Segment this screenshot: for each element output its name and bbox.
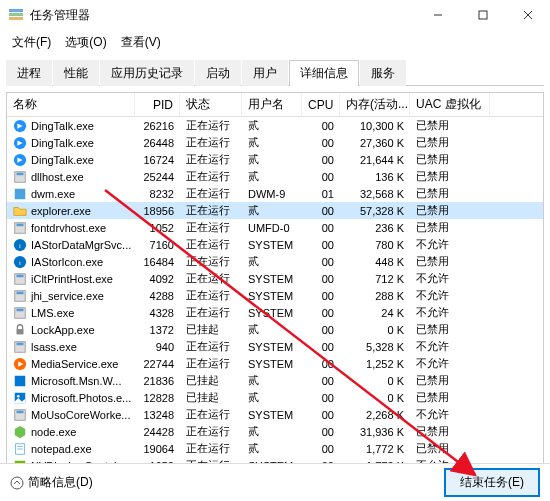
- process-user: 贰: [242, 322, 302, 337]
- table-row[interactable]: DingTalk.exe26448正在运行贰0027,360 K已禁用: [7, 134, 543, 151]
- tab-0[interactable]: 进程: [6, 60, 52, 86]
- end-task-button[interactable]: 结束任务(E): [444, 468, 540, 497]
- process-pid: 13248: [135, 409, 180, 421]
- table-row[interactable]: MediaService.exe22744正在运行SYSTEM001,252 K…: [7, 355, 543, 372]
- process-status: 正在运行: [180, 220, 242, 235]
- table-row[interactable]: notepad.exe19064正在运行贰001,772 K已禁用: [7, 440, 543, 457]
- svg-rect-20: [17, 274, 24, 277]
- table-row[interactable]: dllhost.exe25244正在运行贰00136 K已禁用: [7, 168, 543, 185]
- table-row[interactable]: Microsoft.Msn.W...21836已挂起贰000 K已禁用: [7, 372, 543, 389]
- process-name: dwm.exe: [31, 188, 75, 200]
- process-uac: 已禁用: [410, 135, 490, 150]
- process-uac: 不允许: [410, 237, 490, 252]
- process-status: 正在运行: [180, 237, 242, 252]
- fewer-details-button[interactable]: 简略信息(D): [10, 474, 93, 491]
- table-row[interactable]: LockApp.exe1372已挂起贰000 K已禁用: [7, 321, 543, 338]
- table-row[interactable]: explorer.exe18956正在运行贰0057,328 K已禁用: [7, 202, 543, 219]
- process-uac: 已禁用: [410, 390, 490, 405]
- process-name: IAStorIcon.exe: [31, 256, 103, 268]
- table-row[interactable]: iCltPrintHost.exe4092正在运行SYSTEM00712 K不允…: [7, 270, 543, 287]
- svg-rect-0: [9, 9, 23, 12]
- tab-4[interactable]: 用户: [242, 60, 288, 86]
- process-icon: [13, 408, 27, 422]
- tab-2[interactable]: 应用历史记录: [100, 60, 194, 86]
- menu-view[interactable]: 查看(V): [115, 32, 167, 53]
- col-pid[interactable]: PID: [135, 94, 180, 116]
- process-user: 贰: [242, 203, 302, 218]
- process-name: DingTalk.exe: [31, 137, 94, 149]
- process-pid: 25244: [135, 171, 180, 183]
- process-mem: 1,252 K: [340, 358, 410, 370]
- svg-rect-1: [9, 13, 23, 16]
- col-name[interactable]: 名称: [7, 92, 135, 117]
- table-row[interactable]: dwm.exe8232正在运行DWM-90132,568 K已禁用: [7, 185, 543, 202]
- footer: 简略信息(D) 结束任务(E): [0, 463, 550, 501]
- col-status[interactable]: 状态: [180, 92, 242, 117]
- table-row[interactable]: iIAStorIcon.exe16484正在运行贰00448 K已禁用: [7, 253, 543, 270]
- col-uac[interactable]: UAC 虚拟化: [410, 92, 490, 117]
- process-mem: 31,936 K: [340, 426, 410, 438]
- process-pid: 7160: [135, 239, 180, 251]
- table-row[interactable]: node.exe24428正在运行贰0031,936 K已禁用: [7, 423, 543, 440]
- process-uac: 已禁用: [410, 186, 490, 201]
- process-status: 已挂起: [180, 322, 242, 337]
- table-row[interactable]: jhi_service.exe4288正在运行SYSTEM00288 K不允许: [7, 287, 543, 304]
- process-user: 贰: [242, 441, 302, 456]
- process-pid: 26448: [135, 137, 180, 149]
- col-cpu[interactable]: CPU: [302, 94, 340, 116]
- chevron-up-circle-icon: [10, 476, 24, 490]
- tab-1[interactable]: 性能: [53, 60, 99, 86]
- process-name: Microsoft.Msn.W...: [31, 375, 121, 387]
- process-user: 贰: [242, 390, 302, 405]
- menu-options[interactable]: 选项(O): [59, 32, 112, 53]
- process-icon: [13, 357, 27, 371]
- process-status: 正在运行: [180, 356, 242, 371]
- titlebar: 任务管理器: [0, 0, 550, 30]
- svg-rect-11: [17, 172, 24, 175]
- table-row[interactable]: DingTalk.exe16724正在运行贰0021,644 K已禁用: [7, 151, 543, 168]
- process-name: fontdrvhost.exe: [31, 222, 106, 234]
- table-row[interactable]: fontdrvhost.exe1052正在运行UMFD-000236 K已禁用: [7, 219, 543, 236]
- col-user[interactable]: 用户名: [242, 92, 302, 117]
- table-row[interactable]: MoUsoCoreWorke...13248正在运行SYSTEM002,268 …: [7, 406, 543, 423]
- table-row[interactable]: DingTalk.exe26216正在运行贰0010,300 K已禁用: [7, 117, 543, 134]
- process-user: SYSTEM: [242, 341, 302, 353]
- process-pid: 24428: [135, 426, 180, 438]
- maximize-button[interactable]: [460, 0, 505, 30]
- tab-5[interactable]: 详细信息: [289, 60, 359, 86]
- process-mem: 2,268 K: [340, 409, 410, 421]
- process-status: 正在运行: [180, 339, 242, 354]
- minimize-button[interactable]: [415, 0, 460, 30]
- col-mem[interactable]: 内存(活动...: [340, 92, 410, 117]
- svg-text:i: i: [19, 241, 20, 248]
- window-title: 任务管理器: [30, 7, 415, 24]
- process-uac: 不允许: [410, 407, 490, 422]
- menu-file[interactable]: 文件(F): [6, 32, 57, 53]
- process-user: SYSTEM: [242, 290, 302, 302]
- process-status: 正在运行: [180, 169, 242, 184]
- process-cpu: 00: [302, 409, 340, 421]
- process-icon: [13, 289, 27, 303]
- process-pid: 21836: [135, 375, 180, 387]
- table-row[interactable]: lsass.exe940正在运行SYSTEM005,328 K不允许: [7, 338, 543, 355]
- process-cpu: 00: [302, 443, 340, 455]
- process-name: LMS.exe: [31, 307, 74, 319]
- process-cpu: 00: [302, 358, 340, 370]
- process-name: DingTalk.exe: [31, 120, 94, 132]
- process-cpu: 00: [302, 256, 340, 268]
- process-icon: [13, 391, 27, 405]
- process-icon: i: [13, 238, 27, 252]
- tab-6[interactable]: 服务: [360, 60, 406, 86]
- process-mem: 27,360 K: [340, 137, 410, 149]
- table-row[interactable]: Microsoft.Photos.e...12828已挂起贰000 K已禁用: [7, 389, 543, 406]
- process-mem: 1,772 K: [340, 443, 410, 455]
- table-row[interactable]: LMS.exe4328正在运行SYSTEM0024 K不允许: [7, 304, 543, 321]
- process-user: 贰: [242, 373, 302, 388]
- process-name: MoUsoCoreWorke...: [31, 409, 130, 421]
- close-button[interactable]: [505, 0, 550, 30]
- process-uac: 已禁用: [410, 441, 490, 456]
- tab-3[interactable]: 启动: [195, 60, 241, 86]
- process-uac: 不允许: [410, 339, 490, 354]
- table-row[interactable]: iIAStorDataMgrSvc...7160正在运行SYSTEM00780 …: [7, 236, 543, 253]
- process-mem: 448 K: [340, 256, 410, 268]
